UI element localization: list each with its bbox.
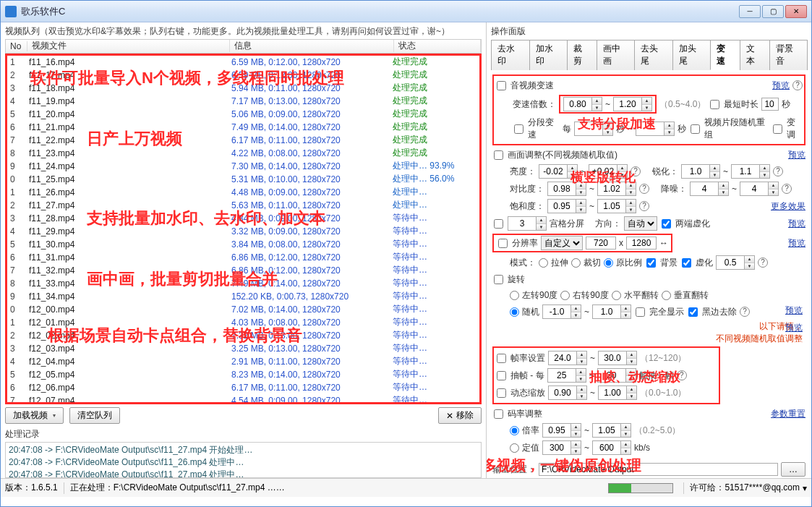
table-row[interactable]: 1f12_01.mp44.03 MB, 0:08.00, 1280x720等待中… — [7, 316, 479, 329]
progress-bar — [608, 483, 673, 493]
app-icon — [5, 6, 17, 17]
minlen-val[interactable] — [761, 98, 779, 111]
table-row[interactable]: 8f11_23.mp44.22 MB, 0:08.00, 1280x720处理完… — [7, 147, 479, 160]
clear-queue-button[interactable]: 清空队列 — [69, 407, 120, 424]
th-info[interactable]: 信息 — [230, 40, 394, 52]
app-window: 歌乐软件C ─ ▢ ✕ 视频队列 （双击预览水印&字幕效果；队列右键，功能更多。… — [0, 0, 812, 507]
ops-title: 操作面版 — [491, 25, 807, 38]
tab-3[interactable]: 画中画 — [597, 40, 636, 70]
overlay-r1: 支持分段加速 — [578, 115, 656, 132]
table-row[interactable]: 0f12_00.mp47.02 MB, 0:14.00, 1280x720等待中… — [7, 303, 479, 316]
table-row[interactable]: 7f12_07.mp44.54 MB, 0:09.00, 1280x720等待中… — [7, 394, 479, 403]
table-row[interactable]: 1f11_16.mp46.59 MB, 0:12.00, 1280x720处理完… — [7, 56, 479, 69]
load-video-button[interactable]: 加载视频 — [5, 407, 64, 424]
left-panel: 视频队列 （双击预览水印&字幕效果；队列右键，功能更多。此为视频批量处理工具，请… — [1, 22, 487, 478]
tab-8[interactable]: 背景音 — [769, 40, 808, 70]
processing-now: 正在处理：F:\CRVideoMate Output\sc\f11_27.mp4… — [70, 482, 285, 494]
table-row[interactable]: 3f11_28.mp44.84 MB, 0:09.00, 1280x720等待中… — [7, 212, 479, 225]
table-row[interactable]: 3f11_18.mp45.94 MB, 0:11.00, 1280x720处理完… — [7, 82, 479, 95]
close-button[interactable]: ✕ — [785, 5, 807, 18]
queue-note: （双击预览水印&字幕效果；队列右键，功能更多。此为视频批量处理工具，请别再问如何… — [40, 25, 450, 39]
right-panel: 操作面版 去水印加水印裁剪画中画去头尾加头尾变速文本背景音 音视频变速 预览 ?… — [487, 22, 811, 478]
swap-wh-icon[interactable]: ↔ — [659, 238, 668, 248]
speed-max[interactable]: ▲▼ — [613, 97, 652, 111]
table-row[interactable]: 5f12_05.mp48.23 MB, 0:14.00, 1280x720等待中… — [7, 368, 479, 381]
table-row[interactable]: 5f11_30.mp43.84 MB, 0:08.00, 1280x720等待中… — [7, 238, 479, 251]
table-row[interactable]: 4f12_04.mp42.91 MB, 0:11.00, 1280x720等待中… — [7, 355, 479, 368]
table-row[interactable]: 7f11_22.mp46.17 MB, 0:11.00, 1280x720处理完… — [7, 134, 479, 147]
speed-group: 音视频变速 预览 ? 变速倍数： ▲▼ ~ ▲▼ （0.5~4.0） 最短时长 — [492, 74, 805, 145]
tab-7[interactable]: 文本 — [740, 40, 770, 70]
remove-button[interactable]: ✕ 移除 — [438, 407, 482, 424]
overlay-r3: 抽帧、动态缩放 — [589, 368, 680, 385]
browse-button[interactable]: … — [781, 462, 805, 477]
log-line: 20:47:08 -> F:\CRVideoMate Output\sc\f11… — [9, 456, 478, 469]
speed-preview[interactable]: 预览 — [772, 80, 790, 92]
table-row[interactable]: 6f11_31.mp46.86 MB, 0:12.00, 1280x720等待中… — [7, 251, 479, 264]
status-bar: 版本：1.6.5.1 正在处理：F:\CRVideoMate Output\sc… — [1, 478, 811, 497]
minlen-chk[interactable] — [710, 100, 719, 109]
th-file[interactable]: 视频文件 — [27, 40, 230, 52]
minimize-button[interactable]: ─ — [739, 5, 761, 18]
tab-bar: 去水印加水印裁剪画中画去头尾加头尾变速文本背景音 — [491, 39, 807, 70]
segment-chk[interactable] — [514, 124, 523, 134]
tab-4[interactable]: 去头尾 — [634, 40, 673, 70]
queue-title: 视频队列 — [5, 25, 40, 38]
table-row[interactable]: 7f11_32.mp46.86 MB, 0:12.00, 1280x720等待中… — [7, 264, 479, 277]
table-row[interactable]: 9f11_34.mp4152.20 KB, 0:00.73, 1280x720等… — [7, 290, 479, 303]
output-path[interactable] — [539, 463, 778, 476]
table-row[interactable]: 8f11_33.mp47.49 MB, 0:14.00, 1280x720等待中… — [7, 277, 479, 290]
res-h[interactable] — [626, 237, 657, 250]
video-queue-list[interactable]: 1f11_16.mp46.59 MB, 0:12.00, 1280x720处理完… — [7, 56, 479, 403]
table-row[interactable]: 3f12_03.mp43.25 MB, 0:13.00, 1280x720等待中… — [7, 342, 479, 355]
version: 版本：1.6.5.1 — [5, 482, 58, 494]
tab-2[interactable]: 裁剪 — [567, 40, 597, 70]
table-row[interactable]: 6f12_06.mp46.17 MB, 0:11.00, 1280x720等待中… — [7, 381, 479, 394]
th-status[interactable]: 状态 — [394, 40, 481, 52]
res-mode[interactable]: 自定义 — [541, 236, 583, 250]
overlay-r2: 横竖版转化 — [570, 169, 636, 186]
table-row[interactable]: 2f11_27.mp45.63 MB, 0:11.00, 1280x720处理中… — [7, 199, 479, 212]
table-row[interactable]: 6f11_21.mp47.49 MB, 0:14.00, 1280x720处理完… — [7, 121, 479, 134]
table-row[interactable]: 9f11_24.mp47.30 MB, 0:14.00, 1280x720处理中… — [7, 160, 479, 173]
log-box: 20:47:08 -> F:\CRVideoMate Output\sc\f11… — [5, 442, 482, 478]
log-title: 处理记录 — [5, 428, 482, 440]
speed-min[interactable]: ▲▼ — [563, 97, 602, 111]
table-row[interactable]: 2f11_17.mp46.59 MB, 0:12.00, 1280x720处理完… — [7, 69, 479, 82]
tab-5[interactable]: 加头尾 — [672, 40, 711, 70]
picadj-chk[interactable] — [494, 150, 503, 160]
maximize-button[interactable]: ▢ — [762, 5, 784, 18]
table-row[interactable]: 0f11_25.mp45.31 MB, 0:10.00, 1280x720处理中… — [7, 173, 479, 186]
tab-0[interactable]: 去水印 — [491, 40, 530, 70]
table-row[interactable]: 4f11_29.mp43.32 MB, 0:09.00, 1280x720等待中… — [7, 225, 479, 238]
help-icon[interactable]: ? — [792, 80, 803, 90]
chevron-down-icon[interactable]: ▾ — [803, 483, 807, 493]
res-chk[interactable] — [498, 239, 508, 248]
table-row[interactable]: 4f11_19.mp47.17 MB, 0:13.00, 1280x720处理完… — [7, 95, 479, 108]
log-line: 20:47:08 -> F:\CRVideoMate Output\sc\f11… — [9, 444, 478, 456]
tab-6[interactable]: 变速 — [710, 40, 740, 70]
tab-1[interactable]: 加水印 — [529, 40, 568, 70]
th-no[interactable]: No — [6, 41, 27, 51]
log-line: 20:47:08 -> F:\CRVideoMate Output\sc\f11… — [9, 469, 478, 478]
speed-chk[interactable] — [497, 81, 506, 90]
table-row[interactable]: 1f11_26.mp44.48 MB, 0:09.00, 1280x720处理中… — [7, 186, 479, 199]
queue-header: No 视频文件 信息 状态 — [5, 39, 482, 54]
license: 许可给：51517****@qq.com — [690, 482, 800, 494]
res-w[interactable] — [586, 237, 616, 250]
table-row[interactable]: 5f11_20.mp45.06 MB, 0:09.00, 1280x720处理完… — [7, 108, 479, 121]
window-title: 歌乐软件C — [21, 5, 739, 18]
table-row[interactable]: 2f12_02.mp47.32 MB, 0:13.00, 1280x720等待中… — [7, 329, 479, 342]
titlebar: 歌乐软件C ─ ▢ ✕ — [1, 1, 811, 22]
